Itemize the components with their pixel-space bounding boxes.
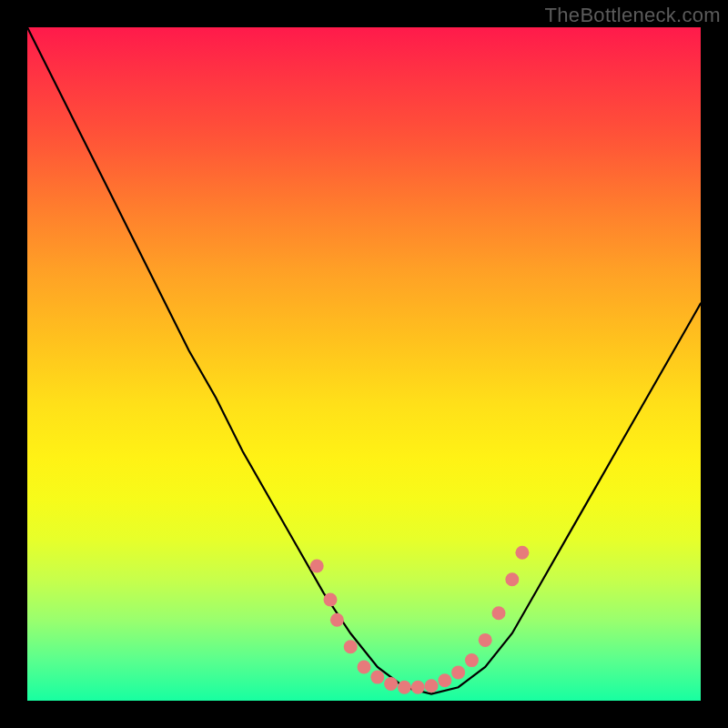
highlight-dot (310, 560, 324, 573)
highlight-dot (479, 633, 492, 647)
highlight-dot (358, 661, 371, 674)
highlight-dots-group (310, 546, 530, 694)
highlight-dot (465, 653, 479, 667)
highlight-dot (344, 640, 358, 653)
highlight-dot (515, 546, 529, 560)
highlight-dot (330, 613, 344, 627)
highlight-dot (451, 665, 465, 679)
highlight-dot (384, 677, 398, 691)
highlight-dot (492, 606, 506, 620)
highlight-dot (438, 673, 451, 687)
highlight-dot (505, 572, 519, 586)
highlight-dot (370, 671, 384, 684)
bottleneck-curve (27, 27, 701, 694)
chart-container: TheBottleneck.com (0, 0, 728, 728)
curve-svg (27, 27, 701, 701)
plot-area (27, 27, 701, 701)
highlight-dot (398, 681, 411, 694)
highlight-dot (411, 681, 425, 694)
highlight-dot (324, 593, 338, 607)
highlight-dot (425, 679, 439, 693)
watermark-text: TheBottleneck.com (545, 4, 721, 27)
